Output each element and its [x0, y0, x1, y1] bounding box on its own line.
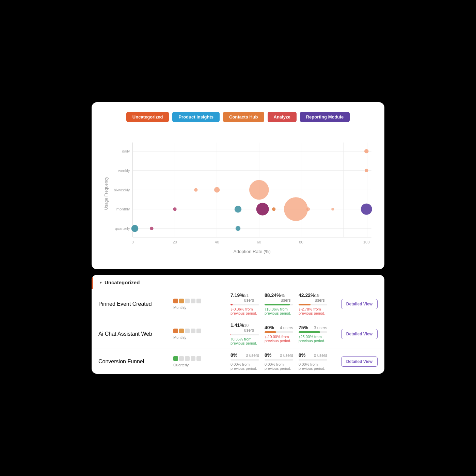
svg-text:80: 80: [299, 240, 303, 244]
svg-point-27: [365, 169, 368, 172]
metric-cell-3: 0% 0 users 0.00% from previous period.: [296, 352, 330, 370]
metric-change: ↓-10.00% from previous period.: [265, 335, 293, 343]
dot-4: [191, 329, 195, 333]
chevron-down-icon: ▾: [100, 280, 102, 285]
progress-bar-fill: [299, 331, 320, 333]
metric-change: 0.00% from previous period.: [265, 362, 293, 370]
metric-top: 1.41% 10 users: [231, 322, 259, 333]
metric-cell-1: 1.41% 10 users ↑0.35% from previous peri…: [228, 322, 262, 345]
metric-cell-3: 75% 3 users ↑25.00% from previous period…: [296, 325, 330, 343]
bubble-chart-area: .axis-label { font: 11px sans-serif; fil…: [101, 130, 375, 260]
table-panel: ▾ Uncategorized Pinned Event Created Mon…: [92, 275, 384, 374]
metric-users: 4 users: [280, 326, 293, 330]
svg-text:Usage Frequency: Usage Frequency: [104, 176, 109, 210]
dot-2: [179, 329, 184, 333]
metric-top: 75% 3 users: [299, 325, 327, 330]
svg-text:40: 40: [215, 240, 219, 244]
metric-cell-2: 0% 0 users 0.00% from previous period.: [262, 352, 296, 370]
metric-users: 3 users: [314, 326, 327, 330]
metric-cell-2: 40% 4 users ↓-10.00% from previous perio…: [262, 325, 296, 343]
detailed-view-button-1[interactable]: Detailed View: [341, 299, 378, 309]
metric-change: ↑18.06% from previous period.: [265, 307, 293, 315]
dot-5: [196, 299, 201, 303]
metric-change: ↑25.00% from previous period.: [299, 335, 327, 343]
svg-point-29: [214, 187, 220, 192]
table-row: Conversion Funnel Quarterly 0% 0 users: [92, 349, 384, 374]
metric-top: 88.24% 45 users: [265, 292, 293, 303]
metric-users: 19 users: [315, 293, 327, 303]
metric-pct: 88.24%: [265, 292, 281, 298]
tabs-row: Uncategorized Product Insights Contacts …: [101, 112, 375, 122]
progress-bar-bg: [265, 304, 293, 305]
svg-text:daily: daily: [122, 149, 130, 153]
svg-point-33: [256, 203, 269, 216]
metric-cell-3: 42.22% 19 users ↓-2.78% from previous pe…: [296, 292, 330, 315]
svg-text:100: 100: [363, 240, 370, 244]
svg-text:bi-weekly: bi-weekly: [114, 188, 130, 192]
chart-panel: Uncategorized Product Insights Contacts …: [92, 102, 384, 269]
svg-text:weekly: weekly: [118, 169, 130, 173]
dot-2: [179, 299, 184, 303]
metric-top: 0% 0 users: [299, 352, 327, 358]
metric-change: ↓-0.36% from previous period.: [231, 307, 259, 315]
metric-pct: 0%: [231, 352, 237, 358]
detailed-view-button-3[interactable]: Detailed View: [341, 356, 378, 367]
svg-text:Adoption Rate (%): Adoption Rate (%): [234, 249, 271, 254]
svg-text:0: 0: [132, 240, 134, 244]
metric-change: 0.00% from previous period.: [231, 362, 259, 370]
svg-point-40: [150, 227, 153, 230]
svg-text:60: 60: [257, 240, 261, 244]
metric-users: 0 users: [314, 353, 327, 358]
freq-label: Monthly: [173, 305, 187, 310]
progress-bar-bg: [299, 304, 327, 305]
svg-point-32: [235, 206, 242, 213]
tab-analyze[interactable]: Analyze: [268, 112, 297, 122]
tab-reporting-module[interactable]: Reporting Module: [300, 112, 350, 122]
tab-product-insights[interactable]: Product Insights: [172, 112, 220, 122]
progress-bar-bg: [231, 334, 259, 335]
tab-uncategorized[interactable]: Uncategorized: [126, 112, 169, 122]
metric-pct: 40%: [265, 325, 274, 330]
progress-bar-bg: [231, 304, 259, 305]
row-name: Ai Chat Assistant Web: [98, 331, 173, 337]
main-container: Uncategorized Product Insights Contacts …: [92, 102, 384, 374]
dot-row: [173, 299, 201, 303]
freq-label: Quarterly: [173, 363, 189, 367]
metric-top: 42.22% 19 users: [299, 292, 327, 303]
progress-bar-bg: [231, 359, 259, 361]
row-name: Conversion Funnel: [98, 359, 173, 365]
progress-bar-bg: [265, 331, 293, 333]
dot-1: [173, 356, 178, 361]
dot-1: [173, 299, 178, 303]
dot-1: [173, 329, 178, 333]
dot-3: [185, 356, 190, 361]
row-frequency: Quarterly: [173, 356, 228, 367]
row-name: Pinned Event Created: [98, 301, 173, 307]
svg-point-26: [364, 149, 368, 153]
dot-3: [185, 299, 190, 303]
dot-5: [196, 329, 201, 333]
dot-4: [191, 299, 195, 303]
metric-users: 0 users: [280, 353, 293, 358]
row-name-text: Conversion Funnel: [98, 359, 144, 364]
metric-change: 0.00% from previous period.: [299, 362, 327, 370]
progress-bar-fill: [299, 304, 311, 305]
svg-point-38: [361, 204, 372, 215]
progress-bar-fill: [265, 331, 276, 333]
dot-2: [179, 356, 184, 361]
metric-change: ↓-2.78% from previous period.: [299, 307, 327, 315]
svg-text:monthly: monthly: [116, 207, 130, 211]
metric-pct: 1.41%: [231, 322, 244, 328]
progress-bar-fill: [265, 304, 290, 305]
table-row: Pinned Event Created Monthly 7.19% 51 us…: [92, 289, 384, 319]
row-name-text: Pinned Event Created: [98, 301, 152, 307]
svg-text:quarterly: quarterly: [115, 226, 130, 231]
section-header: ▾ Uncategorized: [92, 275, 384, 289]
svg-point-36: [306, 207, 310, 211]
svg-point-35: [284, 197, 308, 221]
row-frequency: Monthly: [173, 329, 228, 339]
detailed-view-button-2[interactable]: Detailed View: [341, 329, 378, 339]
progress-bar-bg: [299, 359, 327, 361]
tab-contacts-hub[interactable]: Contacts Hub: [223, 112, 264, 122]
svg-point-37: [331, 208, 334, 210]
